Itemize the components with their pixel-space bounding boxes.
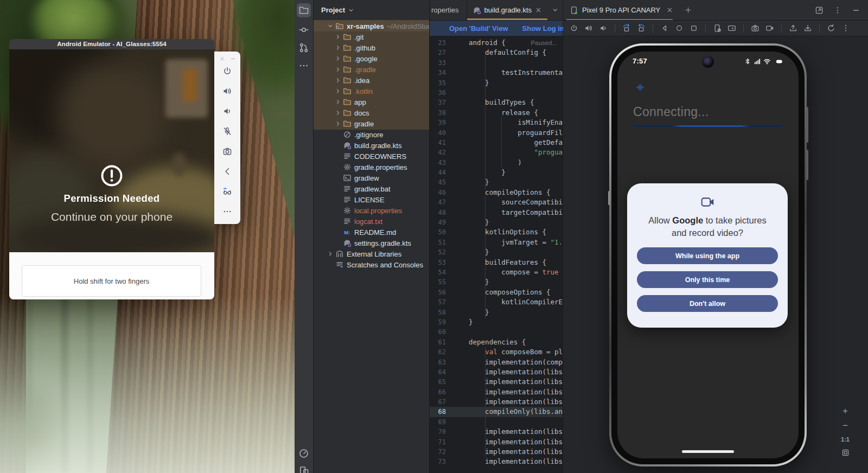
restart-icon[interactable] (827, 24, 835, 33)
code-line-53[interactable]: 53 buildFeatures { (430, 258, 563, 267)
screen-record-icon[interactable] (765, 24, 774, 33)
project-folder-icon[interactable] (297, 3, 311, 17)
close-device-tab-icon[interactable] (666, 7, 673, 14)
zoom-ratio-button[interactable]: 1:1 (841, 436, 850, 443)
project-panel-title[interactable]: Project (321, 6, 345, 14)
volume-down-icon[interactable] (599, 24, 608, 33)
zoom-out-button[interactable]: − (843, 421, 848, 430)
profiler-icon[interactable] (298, 448, 309, 459)
code-line-63[interactable]: 63 implementation(composeBo (430, 357, 563, 367)
code-line-36[interactable]: 36 (430, 88, 563, 98)
tab-gradle-properties[interactable]: roperties (430, 0, 467, 20)
code-line-54[interactable]: 54 compose = true (430, 267, 563, 277)
pull-requests-icon[interactable] (298, 42, 309, 53)
kebab-icon[interactable] (833, 6, 842, 15)
tree-item-build-gradle-kts[interactable]: build.gradle.kts (314, 140, 429, 151)
don-t-allow-button[interactable]: Don't allow (637, 295, 778, 312)
volume-up-icon[interactable] (584, 24, 593, 33)
code-line-70[interactable]: 70 implementation(libs.mate (430, 427, 563, 437)
code-line-59[interactable]: 59} (430, 317, 563, 327)
tree-item-scratches-and-consoles[interactable]: Scratches and Consoles (314, 259, 429, 270)
tree-item-google[interactable]: .google (314, 53, 429, 64)
tree-item-gradle-properties[interactable]: gradle.properties (314, 162, 429, 172)
more-h-icon[interactable] (222, 207, 232, 216)
tree-item-codeowners[interactable]: CODEOWNERS (314, 151, 429, 162)
tab-build-gradle-kts[interactable]: build.gradle.kts (467, 0, 547, 20)
zoom-fit-button[interactable] (841, 449, 850, 457)
upload-icon[interactable] (789, 24, 797, 33)
mic-off-icon[interactable] (222, 126, 232, 136)
tree-item-readme-md[interactable]: M↓README.md (314, 227, 429, 238)
volume-up-icon[interactable] (222, 86, 232, 96)
code-line-37[interactable]: 37 buildTypes { (430, 98, 563, 107)
rotate-right-icon[interactable] (637, 24, 646, 33)
code-line-56[interactable]: 56 composeOptions { (430, 287, 563, 297)
power-icon[interactable] (570, 24, 578, 33)
back-tri-icon[interactable] (660, 24, 669, 33)
tree-item-settings-gradle-kts[interactable]: settings.gradle.kts (314, 238, 429, 248)
code-line-64[interactable]: 64 implementation(libs.andr (430, 367, 563, 377)
kebab-icon[interactable] (841, 24, 850, 33)
emulator-title-bar[interactable]: Android Emulator - AI_Glasses:5554 (9, 39, 214, 49)
camera-icon[interactable] (751, 24, 760, 33)
code-line-51[interactable]: 51 jvmTarget = "1.8" (430, 238, 563, 247)
tree-item-app[interactable]: app (314, 97, 429, 107)
glasses-icon[interactable] (222, 187, 232, 196)
code-line-73[interactable]: 73 implementation(libs.andr (430, 457, 563, 466)
code-line-68[interactable]: 68 compileOnly(libs.android (430, 407, 563, 417)
code-line-27[interactable]: 27 defaultConfig { (430, 48, 563, 57)
code-line-40[interactable]: 40 proguardFiles( (430, 128, 563, 138)
minus-icon[interactable] (230, 56, 236, 62)
code-line-43[interactable]: 43 ) (430, 158, 563, 168)
rotate-left-icon[interactable] (622, 24, 631, 33)
tree-item-local-properties[interactable]: local.properties (314, 205, 429, 216)
code-line-49[interactable]: 49 } (430, 218, 563, 227)
hardware-input-icon[interactable] (727, 24, 736, 33)
code-line-23[interactable]: 23android {Paused... (430, 38, 563, 48)
phone-screen[interactable]: 7:57 Connecting... Allow Google to take (617, 52, 799, 458)
code-line-50[interactable]: 50 kotlinOptions { (430, 227, 563, 237)
only-this-time-button[interactable]: Only this time (637, 271, 778, 288)
emulator-screen[interactable]: Permission Needed Continue on your phone (9, 49, 214, 252)
code-line-72[interactable]: 72 implementation(libs.andr (430, 447, 563, 457)
tree-item-gradlew[interactable]: gradlew (314, 172, 429, 183)
code-line-62[interactable]: 62 val composeBom = platfor (430, 347, 563, 357)
device-tab-pixel-9-pro[interactable]: Pixel 9 Pro API CANARY (570, 0, 675, 20)
code-line-45[interactable]: 45 } (430, 177, 563, 187)
tree-item-license[interactable]: LICENSE (314, 194, 429, 205)
tree-item-xr-samples[interactable]: xr-samples ~/AndroidStudioProje (314, 21, 429, 31)
code-line-48[interactable]: 48 targetCompatibility (430, 208, 563, 218)
code-line-41[interactable]: 41 getDefaultPr (430, 138, 563, 148)
code-line-33[interactable]: 33 (430, 58, 563, 68)
close-tab-icon[interactable] (535, 7, 542, 14)
code-editor[interactable]: 23android {Paused...27 defaultConfig {33… (430, 36, 563, 473)
code-line-39[interactable]: 39 isMinifyEnabled (430, 118, 563, 127)
camera-icon[interactable] (222, 146, 232, 156)
commit-icon[interactable] (298, 24, 309, 35)
code-line-69[interactable]: 69 (430, 417, 563, 427)
open-build-view-link[interactable]: Open 'Build' View (449, 24, 508, 33)
zoom-in-button[interactable]: + (843, 407, 848, 416)
code-line-34[interactable]: 34 testInstrumentationR (430, 68, 563, 78)
code-line-60[interactable]: 60 (430, 327, 563, 337)
tree-item-logcat-txt[interactable]: logcat.txt (314, 216, 429, 227)
power-icon[interactable] (222, 66, 232, 76)
tree-item-idea[interactable]: .idea (314, 75, 429, 86)
code-line-67[interactable]: 67 implementation(libs.kotl (430, 397, 563, 407)
device-manager-icon[interactable] (298, 465, 309, 473)
code-line-47[interactable]: 47 sourceCompatibility (430, 197, 563, 207)
minus-icon[interactable] (852, 6, 860, 15)
tree-item-external-libraries[interactable]: External Libraries (314, 248, 429, 259)
back-icon[interactable] (222, 167, 232, 176)
tree-item-github[interactable]: .github (314, 42, 429, 53)
chevron-down-icon[interactable] (347, 7, 355, 14)
while-using-the-app-button[interactable]: While using the app (637, 247, 778, 264)
code-line-61[interactable]: 61dependencies { (430, 337, 563, 347)
tree-item-git[interactable]: .git (314, 31, 429, 42)
tree-item-kotlin[interactable]: .kotlin (314, 86, 429, 97)
tree-item-gitignore[interactable]: .gitignore (314, 129, 429, 140)
volume-down-icon[interactable] (222, 106, 232, 116)
close-x-icon[interactable] (219, 56, 225, 62)
code-line-44[interactable]: 44 } (430, 168, 563, 177)
code-line-71[interactable]: 71 implementation(libs.andr (430, 437, 563, 447)
